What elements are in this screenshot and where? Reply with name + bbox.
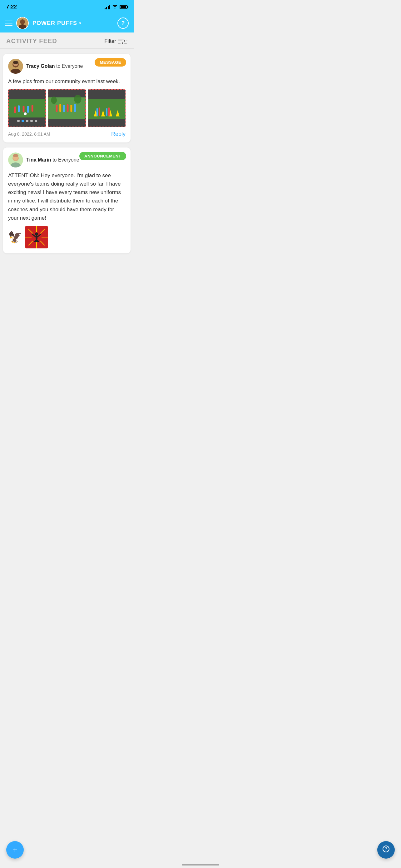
bird-emoji: 🦅 [8,230,22,244]
svg-rect-12 [23,105,25,112]
svg-rect-34 [99,107,100,116]
svg-point-54 [35,232,38,236]
status-icons [105,4,127,10]
photo-3[interactable] [88,89,126,127]
hamburger-menu-icon[interactable] [5,21,12,26]
reply-button[interactable]: Reply [111,131,126,137]
team-name-container[interactable]: POWER PUFFS ▾ [32,20,81,27]
author-name-row-2: Tina Marin to Everyone [26,157,79,163]
author-name: Tracy Golan [26,63,55,69]
help-button[interactable]: ? [118,18,129,29]
status-bar: 7:22 [0,0,134,14]
carousel-dot-5 [35,120,37,122]
carousel-dot-2 [22,120,24,122]
svg-rect-14 [32,105,33,112]
announcement-badge: ANNOUNCEMENT [79,152,126,160]
post-body: A few pics from our community event last… [8,78,126,86]
author-name-row: Tracy Golan to Everyone [26,63,83,69]
help-icon: ? [122,20,125,27]
battery-icon [120,5,127,9]
svg-point-41 [13,154,19,157]
author-to-2: to Everyone [51,157,79,162]
svg-rect-23 [71,104,72,112]
svg-point-15 [24,112,27,115]
team-dropdown-chevron-icon: ▾ [79,21,81,26]
svg-point-1 [20,19,25,24]
author-name-2: Tina Marin [26,157,51,162]
carousel-dot-1 [17,120,20,122]
svg-point-26 [74,95,81,103]
message-badge: MESSAGE [95,58,126,67]
tracy-avatar [8,59,23,74]
svg-rect-19 [56,104,58,112]
svg-rect-22 [67,104,69,112]
photo-grid [8,89,126,127]
emoji-row: 🦅 [8,226,126,248]
team-avatar [16,17,29,29]
svg-point-7 [13,61,19,64]
announcement-body: ATTENTION: Hey everyone. I'm glad to see… [8,171,126,222]
svg-rect-11 [18,105,20,112]
signal-icon [105,4,110,9]
app-header: POWER PUFFS ▾ ? [0,14,134,32]
carousel-dot-4 [30,120,33,122]
svg-rect-21 [63,104,65,112]
post-card-announcement: ANNOUNCEMENT Tina Marin to Everyone ATTE… [3,148,131,253]
carousel-dot-3 [26,120,28,122]
svg-rect-13 [27,106,29,113]
svg-rect-10 [14,106,16,113]
post-card-message: MESSAGE Tracy Golan to Everyone A few pi… [3,54,131,143]
photo-1[interactable] [8,89,46,127]
svg-rect-33 [96,108,98,115]
header-left: POWER PUFFS ▾ [5,17,81,29]
svg-rect-24 [74,104,76,112]
feed-title: ACTIVITY FEED [6,37,57,45]
feed-header: ACTIVITY FEED Filter [0,32,134,49]
post-footer: Aug 8, 2022, 8:01 AM Reply [8,131,126,137]
author-to: to Everyone [55,63,83,69]
photo-2[interactable] [48,89,86,127]
post-timestamp: Aug 8, 2022, 8:01 AM [8,131,50,136]
svg-rect-53 [36,235,37,240]
svg-rect-20 [60,104,62,112]
svg-rect-35 [106,108,107,115]
svg-rect-52 [34,241,39,242]
status-time: 7:22 [6,4,17,10]
announcement-thumbnail [25,226,48,248]
tina-avatar [8,153,23,167]
svg-rect-36 [108,107,110,116]
svg-point-25 [51,97,57,104]
wifi-icon [112,4,118,10]
feed-content: MESSAGE Tracy Golan to Everyone A few pi… [0,49,134,285]
filter-button[interactable]: Filter [104,38,127,44]
filter-label: Filter [104,38,116,44]
team-name: POWER PUFFS [32,20,77,27]
filter-icon [118,39,127,44]
svg-rect-51 [35,240,38,241]
